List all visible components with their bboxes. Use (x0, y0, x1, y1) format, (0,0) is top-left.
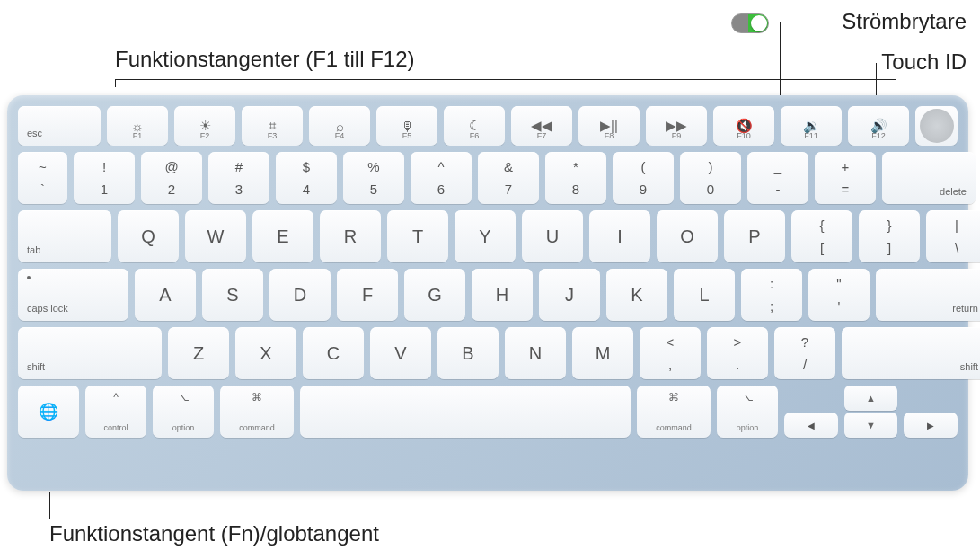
command-icon: ⌘ (668, 391, 679, 404)
key-q[interactable]: Q (118, 210, 179, 262)
key-shift-left[interactable]: shift (18, 327, 162, 379)
key-control[interactable]: ^control (85, 386, 146, 438)
touch-id-label: Touch ID (881, 49, 967, 75)
key-f5[interactable]: 🎙F5 (376, 106, 437, 146)
key-f6[interactable]: ☾F6 (444, 106, 505, 146)
key-6[interactable]: ^6 (411, 152, 472, 204)
key-f3[interactable]: ⌗F3 (242, 106, 303, 146)
key-b[interactable]: B (437, 327, 499, 379)
key-x[interactable]: X (235, 327, 296, 379)
control-icon: ^ (113, 391, 119, 404)
command-icon: ⌘ (252, 391, 262, 404)
globe-icon: 🌐 (39, 402, 58, 421)
key-touch-id[interactable] (915, 106, 958, 146)
key-f10[interactable]: 🔇F10 (713, 106, 774, 146)
key-arrow-down[interactable]: ▼ (844, 413, 897, 438)
key-shift-right[interactable]: shift (842, 327, 980, 379)
key-o[interactable]: O (657, 210, 718, 262)
arrow-left-icon: ◀ (808, 421, 815, 430)
key-p[interactable]: P (724, 210, 785, 262)
key-f11[interactable]: 🔉F11 (781, 106, 842, 146)
key-a[interactable]: A (135, 269, 196, 321)
key-4[interactable]: $4 (276, 152, 337, 204)
key-quote[interactable]: "' (808, 269, 870, 321)
key-option-left[interactable]: ⌥option (153, 386, 214, 438)
key-f[interactable]: F (337, 269, 398, 321)
key-f4[interactable]: ⌕F4 (309, 106, 370, 146)
key-return[interactable]: return (876, 269, 980, 321)
key-command-right[interactable]: ⌘command (637, 386, 711, 438)
key-equals[interactable]: += (815, 152, 876, 204)
key-3[interactable]: #3 (208, 152, 269, 204)
key-f7[interactable]: ◀◀F7 (511, 106, 572, 146)
asdf-row: caps lock A S D F G H J K L :; "' return (18, 269, 958, 321)
caps-indicator-icon (27, 276, 31, 280)
key-arrow-up[interactable]: ▲ (844, 386, 897, 411)
key-m[interactable]: M (572, 327, 633, 379)
key-backtick[interactable]: ~` (18, 152, 67, 204)
key-l[interactable]: L (674, 269, 735, 321)
key-bracket-left[interactable]: {[ (791, 210, 852, 262)
key-spacebar[interactable] (300, 386, 631, 438)
key-r[interactable]: R (320, 210, 381, 262)
key-esc[interactable]: esc (18, 106, 101, 146)
key-option-right[interactable]: ⌥option (717, 386, 778, 438)
key-j[interactable]: J (539, 269, 600, 321)
key-arrow-right[interactable]: ▶ (904, 413, 958, 438)
key-d[interactable]: D (269, 269, 331, 321)
number-row: ~` !1 @2 #3 $4 %5 ^6 &7 *8 (9 )0 _- += d… (18, 152, 958, 204)
fn-globe-label: Funktionstangent (Fn)/globtangent (49, 521, 379, 546)
key-0[interactable]: )0 (680, 152, 741, 204)
key-7[interactable]: &7 (478, 152, 539, 204)
bottom-row: 🌐 ^control ⌥option ⌘command ⌘command ⌥op… (18, 386, 958, 438)
callout-line (49, 492, 50, 519)
key-n[interactable]: N (505, 327, 566, 379)
key-delete[interactable]: delete (882, 152, 976, 204)
key-t[interactable]: T (387, 210, 448, 262)
arrow-right-icon: ▶ (927, 421, 934, 430)
key-minus[interactable]: _- (747, 152, 808, 204)
key-5[interactable]: %5 (343, 152, 404, 204)
key-k[interactable]: K (606, 269, 667, 321)
key-f9[interactable]: ▶▶F9 (646, 106, 707, 146)
power-switch-icon (731, 13, 769, 33)
key-e[interactable]: E (252, 210, 313, 262)
option-icon: ⌥ (741, 391, 754, 404)
arrow-updown-wrap: ▲ ▼ (844, 386, 897, 438)
key-period[interactable]: >. (707, 327, 768, 379)
key-f8[interactable]: ▶||F8 (578, 106, 640, 146)
key-tab[interactable]: tab (18, 210, 111, 262)
key-backslash[interactable]: |\ (926, 210, 980, 262)
key-8[interactable]: *8 (545, 152, 606, 204)
function-row: esc ☼F1 ☀F2 ⌗F3 ⌕F4 🎙F5 ☾F6 ◀◀F7 ▶||F8 ▶… (18, 106, 958, 146)
key-fn-globe[interactable]: 🌐 (18, 386, 79, 438)
key-9[interactable]: (9 (613, 152, 674, 204)
key-s[interactable]: S (202, 269, 263, 321)
key-arrow-left[interactable]: ◀ (784, 413, 838, 438)
arrow-down-icon: ▼ (866, 420, 876, 430)
arrow-left-wrap: ◀ (784, 386, 838, 438)
key-u[interactable]: U (522, 210, 583, 262)
key-h[interactable]: H (472, 269, 533, 321)
key-i[interactable]: I (589, 210, 650, 262)
key-v[interactable]: V (370, 327, 431, 379)
magic-keyboard: esc ☼F1 ☀F2 ⌗F3 ⌕F4 🎙F5 ☾F6 ◀◀F7 ▶||F8 ▶… (7, 95, 968, 491)
key-caps-lock[interactable]: caps lock (18, 269, 128, 321)
key-semicolon[interactable]: :; (741, 269, 802, 321)
key-w[interactable]: W (185, 210, 246, 262)
key-z[interactable]: Z (168, 327, 229, 379)
key-command-left[interactable]: ⌘command (220, 386, 294, 438)
key-g[interactable]: G (404, 269, 465, 321)
key-y[interactable]: Y (455, 210, 516, 262)
key-f1[interactable]: ☼F1 (107, 106, 168, 146)
key-comma[interactable]: <, (640, 327, 701, 379)
key-c[interactable]: C (303, 327, 364, 379)
key-f2[interactable]: ☀F2 (174, 106, 235, 146)
key-1[interactable]: !1 (74, 152, 135, 204)
key-bracket-right[interactable]: }] (859, 210, 920, 262)
qwerty-row: tab Q W E R T Y U I O P {[ }] |\ (18, 210, 958, 262)
key-f12[interactable]: 🔊F12 (848, 106, 909, 146)
function-keys-label: Funktionstangenter (F1 till F12) (115, 47, 414, 72)
key-slash[interactable]: ?/ (774, 327, 835, 379)
key-2[interactable]: @2 (141, 152, 202, 204)
